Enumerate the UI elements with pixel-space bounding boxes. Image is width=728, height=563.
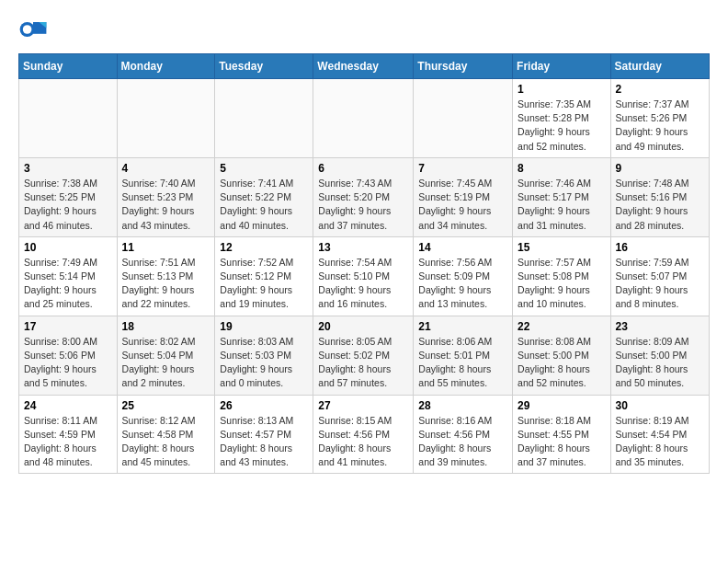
calendar-cell: [19, 79, 118, 158]
calendar-cell: 15Sunrise: 7:57 AM Sunset: 5:08 PM Dayli…: [513, 236, 611, 316]
calendar-cell: 22Sunrise: 8:08 AM Sunset: 5:00 PM Dayli…: [513, 316, 611, 395]
day-number: 24: [24, 399, 112, 412]
day-info: Sunrise: 7:49 AM Sunset: 5:14 PM Dayligh…: [24, 256, 112, 312]
header: [18, 15, 710, 44]
calendar-cell: 27Sunrise: 8:15 AM Sunset: 4:56 PM Dayli…: [313, 395, 414, 474]
day-info: Sunrise: 7:57 AM Sunset: 5:08 PM Dayligh…: [518, 256, 606, 312]
calendar-cell: 9Sunrise: 7:48 AM Sunset: 5:16 PM Daylig…: [610, 157, 709, 236]
calendar-cell: 14Sunrise: 7:56 AM Sunset: 5:09 PM Dayli…: [414, 236, 513, 316]
day-info: Sunrise: 7:45 AM Sunset: 5:19 PM Dayligh…: [418, 177, 507, 233]
calendar-week-row: 17Sunrise: 8:00 AM Sunset: 5:06 PM Dayli…: [19, 316, 710, 395]
day-info: Sunrise: 8:11 AM Sunset: 4:59 PM Dayligh…: [24, 414, 112, 470]
day-number: 6: [318, 162, 408, 175]
day-number: 17: [24, 320, 112, 333]
day-number: 27: [318, 399, 408, 412]
day-info: Sunrise: 7:43 AM Sunset: 5:20 PM Dayligh…: [318, 177, 408, 233]
weekday-header: Sunday: [19, 54, 118, 79]
calendar-cell: 5Sunrise: 7:41 AM Sunset: 5:22 PM Daylig…: [215, 157, 313, 236]
calendar-table: SundayMondayTuesdayWednesdayThursdayFrid…: [18, 53, 710, 474]
calendar-cell: 1Sunrise: 7:35 AM Sunset: 5:28 PM Daylig…: [513, 79, 611, 158]
svg-point-1: [23, 25, 32, 34]
day-info: Sunrise: 8:13 AM Sunset: 4:57 PM Dayligh…: [220, 414, 308, 470]
day-number: 15: [518, 241, 606, 254]
day-info: Sunrise: 7:48 AM Sunset: 5:16 PM Dayligh…: [616, 177, 704, 233]
day-number: 3: [24, 162, 112, 175]
calendar-week-row: 24Sunrise: 8:11 AM Sunset: 4:59 PM Dayli…: [19, 395, 710, 474]
day-info: Sunrise: 7:51 AM Sunset: 5:13 PM Dayligh…: [122, 256, 210, 312]
day-number: 9: [616, 162, 704, 175]
calendar-cell: [215, 79, 313, 158]
day-info: Sunrise: 8:00 AM Sunset: 5:06 PM Dayligh…: [24, 335, 112, 391]
day-info: Sunrise: 8:16 AM Sunset: 4:56 PM Dayligh…: [418, 414, 507, 470]
day-number: 11: [122, 241, 210, 254]
day-number: 14: [418, 241, 507, 254]
day-number: 4: [122, 162, 210, 175]
day-number: 2: [616, 83, 704, 96]
day-number: 7: [418, 162, 507, 175]
day-number: 10: [24, 241, 112, 254]
day-number: 8: [518, 162, 606, 175]
day-number: 1: [518, 83, 606, 96]
day-info: Sunrise: 7:41 AM Sunset: 5:22 PM Dayligh…: [220, 177, 308, 233]
day-number: 5: [220, 162, 308, 175]
calendar-cell: 7Sunrise: 7:45 AM Sunset: 5:19 PM Daylig…: [414, 157, 513, 236]
calendar-cell: 20Sunrise: 8:05 AM Sunset: 5:02 PM Dayli…: [313, 316, 414, 395]
calendar-cell: 26Sunrise: 8:13 AM Sunset: 4:57 PM Dayli…: [215, 395, 313, 474]
day-number: 18: [122, 320, 210, 333]
day-number: 12: [220, 241, 308, 254]
calendar-cell: 25Sunrise: 8:12 AM Sunset: 4:58 PM Dayli…: [117, 395, 215, 474]
calendar-cell: 13Sunrise: 7:54 AM Sunset: 5:10 PM Dayli…: [313, 236, 414, 316]
weekday-header: Monday: [117, 54, 215, 79]
day-number: 16: [616, 241, 704, 254]
calendar-cell: 16Sunrise: 7:59 AM Sunset: 5:07 PM Dayli…: [610, 236, 709, 316]
day-info: Sunrise: 7:37 AM Sunset: 5:26 PM Dayligh…: [616, 98, 704, 154]
day-info: Sunrise: 8:03 AM Sunset: 5:03 PM Dayligh…: [220, 335, 308, 391]
calendar-week-row: 10Sunrise: 7:49 AM Sunset: 5:14 PM Dayli…: [19, 236, 710, 316]
day-info: Sunrise: 8:08 AM Sunset: 5:00 PM Dayligh…: [518, 335, 606, 391]
calendar-cell: 6Sunrise: 7:43 AM Sunset: 5:20 PM Daylig…: [313, 157, 414, 236]
day-info: Sunrise: 7:40 AM Sunset: 5:23 PM Dayligh…: [122, 177, 210, 233]
day-number: 28: [418, 399, 507, 412]
day-number: 20: [318, 320, 408, 333]
day-info: Sunrise: 8:15 AM Sunset: 4:56 PM Dayligh…: [318, 414, 408, 470]
calendar-cell: 10Sunrise: 7:49 AM Sunset: 5:14 PM Dayli…: [19, 236, 118, 316]
day-info: Sunrise: 8:12 AM Sunset: 4:58 PM Dayligh…: [122, 414, 210, 470]
weekday-header-row: SundayMondayTuesdayWednesdayThursdayFrid…: [19, 54, 710, 79]
day-info: Sunrise: 8:02 AM Sunset: 5:04 PM Dayligh…: [122, 335, 210, 391]
day-info: Sunrise: 7:52 AM Sunset: 5:12 PM Dayligh…: [220, 256, 308, 312]
calendar-cell: [117, 79, 215, 158]
calendar-cell: 30Sunrise: 8:19 AM Sunset: 4:54 PM Dayli…: [610, 395, 709, 474]
calendar-cell: 3Sunrise: 7:38 AM Sunset: 5:25 PM Daylig…: [19, 157, 118, 236]
calendar-cell: [414, 79, 513, 158]
logo-icon: [18, 15, 48, 44]
weekday-header: Wednesday: [313, 54, 414, 79]
calendar-cell: 28Sunrise: 8:16 AM Sunset: 4:56 PM Dayli…: [414, 395, 513, 474]
calendar-cell: 29Sunrise: 8:18 AM Sunset: 4:55 PM Dayli…: [513, 395, 611, 474]
day-info: Sunrise: 7:38 AM Sunset: 5:25 PM Dayligh…: [24, 177, 112, 233]
day-info: Sunrise: 7:46 AM Sunset: 5:17 PM Dayligh…: [518, 177, 606, 233]
calendar-cell: 2Sunrise: 7:37 AM Sunset: 5:26 PM Daylig…: [610, 79, 709, 158]
calendar-cell: 24Sunrise: 8:11 AM Sunset: 4:59 PM Dayli…: [19, 395, 118, 474]
day-number: 29: [518, 399, 606, 412]
calendar-cell: 12Sunrise: 7:52 AM Sunset: 5:12 PM Dayli…: [215, 236, 313, 316]
day-number: 23: [616, 320, 704, 333]
calendar-week-row: 3Sunrise: 7:38 AM Sunset: 5:25 PM Daylig…: [19, 157, 710, 236]
day-number: 22: [518, 320, 606, 333]
day-info: Sunrise: 7:54 AM Sunset: 5:10 PM Dayligh…: [318, 256, 408, 312]
logo: [18, 15, 51, 44]
calendar-week-row: 1Sunrise: 7:35 AM Sunset: 5:28 PM Daylig…: [19, 79, 710, 158]
day-info: Sunrise: 8:05 AM Sunset: 5:02 PM Dayligh…: [318, 335, 408, 391]
calendar-cell: 19Sunrise: 8:03 AM Sunset: 5:03 PM Dayli…: [215, 316, 313, 395]
day-number: 30: [616, 399, 704, 412]
day-number: 25: [122, 399, 210, 412]
calendar-page: SundayMondayTuesdayWednesdayThursdayFrid…: [0, 0, 728, 488]
calendar-cell: 11Sunrise: 7:51 AM Sunset: 5:13 PM Dayli…: [117, 236, 215, 316]
calendar-cell: 8Sunrise: 7:46 AM Sunset: 5:17 PM Daylig…: [513, 157, 611, 236]
calendar-cell: 21Sunrise: 8:06 AM Sunset: 5:01 PM Dayli…: [414, 316, 513, 395]
calendar-cell: [313, 79, 414, 158]
day-info: Sunrise: 7:56 AM Sunset: 5:09 PM Dayligh…: [418, 256, 507, 312]
day-number: 19: [220, 320, 308, 333]
calendar-cell: 4Sunrise: 7:40 AM Sunset: 5:23 PM Daylig…: [117, 157, 215, 236]
weekday-header: Saturday: [610, 54, 709, 79]
day-number: 13: [318, 241, 408, 254]
